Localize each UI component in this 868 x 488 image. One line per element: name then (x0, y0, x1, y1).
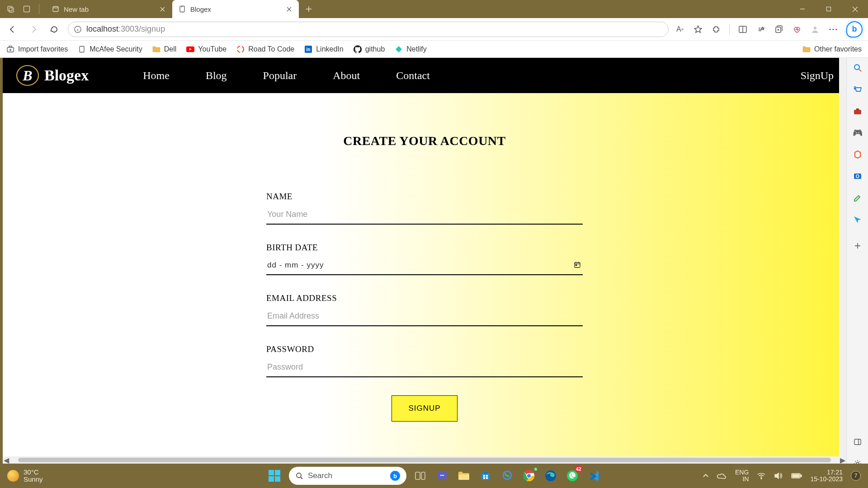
games-icon[interactable]: 🎮 (852, 127, 863, 138)
svg-rect-56 (854, 439, 861, 445)
app-copilot[interactable] (499, 467, 516, 484)
hide-sidebar-icon[interactable] (852, 436, 863, 447)
bing-chat-icon[interactable]: b (846, 21, 863, 38)
app-whatsapp[interactable]: 42 (564, 467, 581, 484)
bookmark-mcafee[interactable]: McAfee Security (78, 45, 142, 53)
svg-rect-46 (576, 265, 577, 266)
taskbar-center: Search b S 42 (265, 467, 603, 485)
tools-icon[interactable] (852, 106, 863, 117)
refresh-button[interactable] (47, 22, 61, 37)
input-password[interactable] (266, 360, 583, 377)
tray-overflow-icon[interactable] (703, 474, 709, 478)
edit-icon[interactable] (852, 192, 863, 203)
drop-icon[interactable] (852, 214, 863, 225)
favorites-list-icon[interactable] (756, 24, 766, 34)
bookmark-netlify[interactable]: Netlify (395, 45, 426, 53)
new-tab-button[interactable] (302, 2, 316, 16)
site-info-icon[interactable] (74, 25, 82, 33)
svg-text:B: B (22, 67, 32, 84)
close-window-button[interactable] (842, 0, 868, 18)
tray-clock[interactable]: 17:21 15-10-2023 (810, 469, 843, 483)
scrollbar-thumb[interactable] (18, 458, 831, 462)
split-screen-icon[interactable] (738, 24, 748, 34)
signup-form: NAME BIRTH DATE dd - mm - yyyy EMAIL ADD… (266, 192, 583, 422)
profile-icon[interactable] (810, 24, 820, 34)
scroll-left-icon[interactable]: ◀ (3, 456, 10, 464)
m365-icon[interactable] (852, 149, 863, 160)
forward-button[interactable] (26, 22, 41, 37)
url-input[interactable]: localhost:3003/signup (68, 22, 669, 37)
close-icon[interactable] (159, 5, 166, 13)
bookmark-youtube[interactable]: YouTube (186, 45, 226, 53)
back-button[interactable] (5, 22, 20, 37)
nav-home[interactable]: Home (143, 70, 170, 82)
input-birthdate[interactable]: dd - mm - yyyy (266, 258, 583, 275)
bookmark-road-to-code[interactable]: Road To Code (236, 45, 294, 53)
scrollbar-vertical[interactable] (839, 58, 846, 456)
svg-rect-33 (80, 46, 84, 52)
nav-blog[interactable]: Blog (206, 70, 227, 82)
favorite-icon[interactable] (693, 24, 703, 34)
tab-blogex[interactable]: Blogex (172, 0, 299, 18)
extensions-icon[interactable] (711, 24, 721, 34)
app-vscode[interactable] (585, 467, 603, 484)
tab-actions-icon[interactable] (6, 5, 14, 13)
svg-point-83 (761, 478, 762, 479)
nav-contact[interactable]: Contact (396, 70, 430, 82)
workspace-icon[interactable] (23, 5, 31, 13)
svg-rect-1 (9, 8, 14, 12)
close-icon[interactable] (285, 5, 292, 13)
site-logo[interactable]: B Blogex (15, 63, 89, 88)
scroll-right-icon[interactable]: ▶ (839, 456, 846, 464)
calendar-icon[interactable] (574, 261, 582, 269)
outlook-icon[interactable]: O (852, 171, 863, 182)
tray-language[interactable]: ENG IN (735, 469, 749, 483)
tab-new-tab[interactable]: New tab (46, 0, 172, 18)
app-store[interactable] (477, 467, 494, 484)
scrollbar-horizontal[interactable]: ◀ ▶ (3, 456, 846, 464)
svg-rect-61 (269, 476, 274, 482)
bookmark-other-favorites[interactable]: Other favorites (802, 45, 862, 53)
tray-wifi-icon[interactable] (757, 472, 766, 479)
input-email[interactable] (266, 309, 583, 326)
svg-point-29 (832, 28, 834, 30)
tray-notifications[interactable]: 7 (851, 471, 861, 481)
app-explorer[interactable] (455, 467, 472, 484)
weather-widget[interactable]: 30°C Sunny (7, 469, 43, 483)
svg-rect-87 (793, 474, 799, 477)
label-name: NAME (266, 192, 583, 202)
minimize-button[interactable] (789, 0, 816, 18)
read-aloud-icon[interactable]: A» (675, 24, 685, 34)
browser-essentials-icon[interactable] (792, 24, 802, 34)
tray-volume-icon[interactable] (774, 472, 783, 479)
input-name[interactable] (266, 207, 583, 225)
tray-battery-icon[interactable] (791, 473, 802, 479)
app-chat[interactable] (434, 467, 451, 484)
nav-popular[interactable]: Popular (263, 70, 297, 82)
taskbar-search[interactable]: Search b (289, 467, 406, 485)
bookmark-linkedin[interactable]: in LinkedIn (304, 45, 344, 53)
start-button[interactable] (265, 467, 283, 485)
collections-icon[interactable] (774, 24, 784, 34)
bookmark-github[interactable]: github (354, 45, 385, 53)
svg-rect-7 (180, 6, 184, 12)
nav-signup[interactable]: SignUp (801, 70, 834, 82)
maximize-button[interactable] (816, 0, 842, 18)
svg-point-36 (237, 46, 244, 52)
app-edge[interactable] (542, 467, 559, 484)
app-chrome[interactable]: S (520, 467, 538, 484)
tray-cloud-icon[interactable] (717, 472, 727, 479)
bookmark-import-favorites[interactable]: Import favorites (6, 45, 68, 53)
svg-rect-66 (421, 472, 425, 479)
youtube-icon (186, 45, 194, 53)
nav-about[interactable]: About (333, 70, 360, 82)
add-side-icon[interactable] (852, 240, 863, 251)
bookmark-dell[interactable]: Dell (152, 45, 177, 53)
more-icon[interactable] (828, 24, 838, 34)
svg-point-28 (829, 28, 830, 30)
signup-button[interactable]: SIGNUP (392, 395, 457, 422)
field-name: NAME (266, 192, 583, 225)
shopping-icon[interactable] (852, 84, 863, 95)
app-taskview[interactable] (412, 467, 429, 484)
search-icon[interactable] (852, 62, 863, 73)
